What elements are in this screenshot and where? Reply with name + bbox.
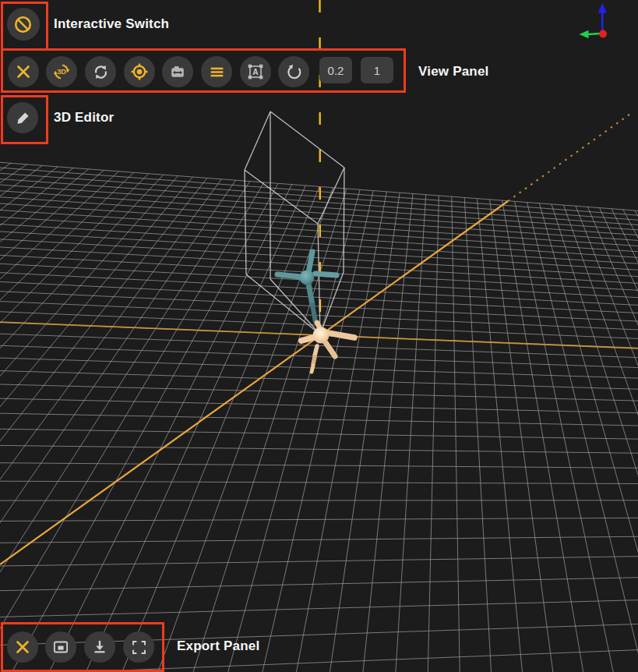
y-axis-arrow-icon xyxy=(580,30,601,38)
rotate-ccw-button[interactable] xyxy=(278,56,309,87)
speed-value-field[interactable]: 1 xyxy=(361,57,393,83)
download-button[interactable] xyxy=(84,631,115,663)
menu-button[interactable] xyxy=(201,56,232,87)
select-text-icon: A xyxy=(245,62,266,82)
peach-body-sphere xyxy=(313,327,330,344)
rotate-3d-badge: 3D xyxy=(57,68,66,76)
app-window: Interactive Switch 3D xyxy=(0,0,638,672)
close-icon xyxy=(14,62,33,81)
view-panel-label: View Panel xyxy=(418,64,489,80)
camera-pan-icon xyxy=(167,62,188,82)
x-axis-origin-dot-icon xyxy=(599,30,607,38)
z-axis-arrow-icon xyxy=(598,3,607,32)
rotate-ccw-icon xyxy=(284,62,304,82)
fullscreen-icon xyxy=(129,638,149,657)
focus-target-button[interactable] xyxy=(124,56,155,87)
export-close-button[interactable] xyxy=(7,631,38,663)
snapshot-icon xyxy=(51,637,71,657)
interactive-switch-button[interactable] xyxy=(7,8,40,41)
ban-icon xyxy=(12,14,33,35)
fullscreen-button[interactable] xyxy=(123,631,154,663)
select-text-button[interactable]: A xyxy=(240,56,271,87)
orientation-gizmo xyxy=(573,0,622,50)
export-panel-label: Export Panel xyxy=(177,638,259,654)
close-icon xyxy=(13,638,32,656)
snapshot-button[interactable] xyxy=(45,631,76,663)
sync-view-button[interactable] xyxy=(85,56,116,87)
editor-pencil-button[interactable] xyxy=(7,102,38,133)
editor-label: 3D Editor xyxy=(54,110,114,126)
rotate-3d-button[interactable]: 3D xyxy=(46,56,77,87)
density-value-field[interactable]: 0.2 xyxy=(319,57,352,83)
sync-icon xyxy=(91,62,111,82)
rotate-3d-icon: 3D xyxy=(51,62,72,82)
menu-icon xyxy=(207,62,227,82)
view-close-button[interactable] xyxy=(8,56,39,87)
target-icon xyxy=(129,62,150,82)
camera-pan-button[interactable] xyxy=(162,56,193,87)
pencil-icon xyxy=(13,108,33,128)
select-letter: A xyxy=(252,68,259,76)
download-icon xyxy=(90,637,110,657)
interactive-switch-label: Interactive Switch xyxy=(54,16,169,32)
teal-body-sphere xyxy=(300,271,315,285)
3d-viewport[interactable] xyxy=(0,0,638,672)
